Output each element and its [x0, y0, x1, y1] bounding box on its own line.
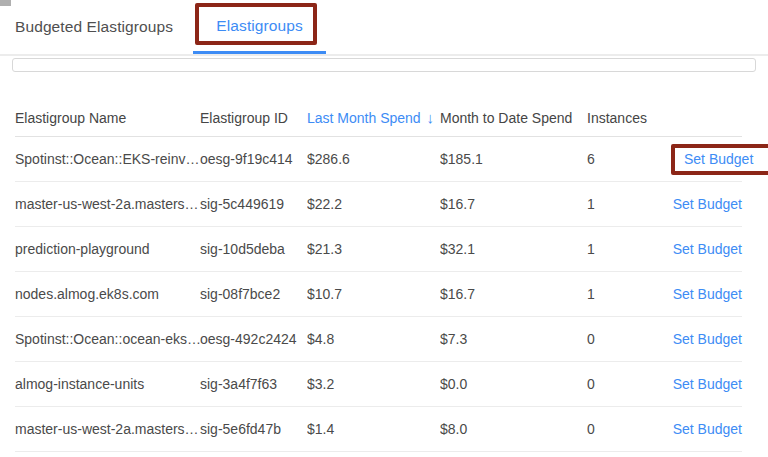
set-budget-link[interactable]: Set Budget: [673, 421, 742, 437]
sort-descending-icon[interactable]: ↓: [427, 110, 435, 125]
cell-month-to-date-spend: $32.1: [440, 241, 587, 257]
table-row: nodes.almog.ek8s.com sig-08f7bce2 $10.7 …: [15, 272, 742, 317]
set-budget-link[interactable]: Set Budget: [673, 331, 742, 347]
ui-fragment-artifact: [0, 0, 11, 6]
cell-month-to-date-spend: $16.7: [440, 286, 587, 302]
table-row: Spotinst::Ocean::EKS-reinv… oesg-9f19c41…: [15, 137, 742, 182]
cell-month-to-date-spend: $8.0: [440, 421, 587, 437]
column-header-last-month-spend-label: Last Month Spend: [307, 110, 421, 126]
cell-month-to-date-spend: $16.7: [440, 196, 587, 212]
cell-instances: 0: [587, 331, 671, 347]
cell-set-budget: Set Budget: [671, 286, 742, 302]
table-header-row: Elastigroup Name Elastigroup ID Last Mon…: [15, 99, 742, 137]
cell-instances: 6: [587, 151, 671, 167]
annotation-box-set-budget: Set Budget: [671, 144, 768, 175]
column-header-last-month-spend[interactable]: Last Month Spend ↓: [307, 110, 440, 126]
cell-elastigroup-id: sig-5e6fd47b: [200, 421, 307, 437]
cell-elastigroup-name: Spotinst::Ocean::ocean-eks…: [15, 331, 200, 347]
cell-elastigroup-id: oesg-9f19c414: [200, 151, 307, 167]
cell-last-month-spend: $10.7: [307, 286, 440, 302]
set-budget-link-wrapper: Set Budget: [673, 331, 742, 347]
cell-elastigroup-name: nodes.almog.ek8s.com: [15, 286, 200, 302]
cell-elastigroup-name: master-us-west-2a.masters…: [15, 196, 200, 212]
set-budget-link[interactable]: Set Budget: [673, 376, 742, 392]
column-header-elastigroup-id[interactable]: Elastigroup ID: [200, 110, 307, 126]
table-row: master-us-west-2a.masters… sig-5c449619 …: [15, 182, 742, 227]
cell-elastigroup-id: sig-10d5deba: [200, 241, 307, 257]
cell-set-budget: Set Budget: [671, 376, 742, 392]
tab-elastigroups[interactable]: Elastigroups: [193, 0, 326, 54]
tab-budgeted-elastigroups[interactable]: Budgeted Elastigroups: [15, 0, 173, 54]
set-budget-link-wrapper: Set Budget: [673, 376, 742, 392]
cell-instances: 0: [587, 376, 671, 392]
tab-budgeted-elastigroups-label: Budgeted Elastigroups: [15, 18, 173, 36]
set-budget-link[interactable]: Set Budget: [684, 151, 753, 167]
cell-set-budget: Set Budget: [671, 331, 742, 347]
cell-elastigroup-id: sig-08f7bce2: [200, 286, 307, 302]
elastigroups-table: Elastigroup Name Elastigroup ID Last Mon…: [15, 99, 742, 452]
tabs-bar: Budgeted Elastigroups Elastigroups: [0, 0, 768, 56]
cell-elastigroup-name: prediction-playground: [15, 241, 200, 257]
table-row: almog-instance-units sig-3a4f7f63 $3.2 $…: [15, 362, 742, 407]
cell-last-month-spend: $1.4: [307, 421, 440, 437]
cell-set-budget: Set Budget: [671, 144, 755, 175]
cell-last-month-spend: $4.8: [307, 331, 440, 347]
table-body: Spotinst::Ocean::EKS-reinv… oesg-9f19c41…: [15, 137, 742, 452]
filter-input[interactable]: [12, 58, 756, 72]
cell-last-month-spend: $22.2: [307, 196, 440, 212]
cell-set-budget: Set Budget: [671, 241, 742, 257]
set-budget-link-wrapper: Set Budget: [673, 241, 742, 257]
column-header-elastigroup-name[interactable]: Elastigroup Name: [15, 110, 200, 126]
set-budget-link-wrapper: Set Budget: [673, 286, 742, 302]
cell-last-month-spend: $21.3: [307, 241, 440, 257]
cell-elastigroup-id: sig-3a4f7f63: [200, 376, 307, 392]
set-budget-link[interactable]: Set Budget: [673, 241, 742, 257]
cell-set-budget: Set Budget: [671, 196, 742, 212]
tab-elastigroups-label: Elastigroups: [216, 17, 303, 35]
cell-last-month-spend: $286.6: [307, 151, 440, 167]
column-header-instances[interactable]: Instances: [587, 110, 671, 126]
cell-month-to-date-spend: $7.3: [440, 331, 587, 347]
cell-instances: 1: [587, 286, 671, 302]
set-budget-link-wrapper: Set Budget: [673, 421, 742, 437]
cell-instances: 1: [587, 196, 671, 212]
cell-set-budget: Set Budget: [671, 421, 742, 437]
table-row: Spotinst::Ocean::ocean-eks… oesg-492c242…: [15, 317, 742, 362]
cell-month-to-date-spend: $185.1: [440, 151, 587, 167]
cell-elastigroup-name: Spotinst::Ocean::EKS-reinv…: [15, 151, 200, 167]
cell-month-to-date-spend: $0.0: [440, 376, 587, 392]
cell-elastigroup-name: master-us-west-2a.masters…: [15, 421, 200, 437]
cell-last-month-spend: $3.2: [307, 376, 440, 392]
table-row: master-us-west-2a.masters… sig-5e6fd47b …: [15, 407, 742, 452]
table-row: prediction-playground sig-10d5deba $21.3…: [15, 227, 742, 272]
cell-elastigroup-id: oesg-492c2424: [200, 331, 307, 347]
cell-elastigroup-name: almog-instance-units: [15, 376, 200, 392]
set-budget-link[interactable]: Set Budget: [673, 286, 742, 302]
cell-elastigroup-id: sig-5c449619: [200, 196, 307, 212]
set-budget-link[interactable]: Set Budget: [673, 196, 742, 212]
cell-instances: 1: [587, 241, 671, 257]
column-header-month-to-date-spend[interactable]: Month to Date Spend: [440, 110, 587, 126]
cell-instances: 0: [587, 421, 671, 437]
set-budget-link-wrapper: Set Budget: [673, 196, 742, 212]
